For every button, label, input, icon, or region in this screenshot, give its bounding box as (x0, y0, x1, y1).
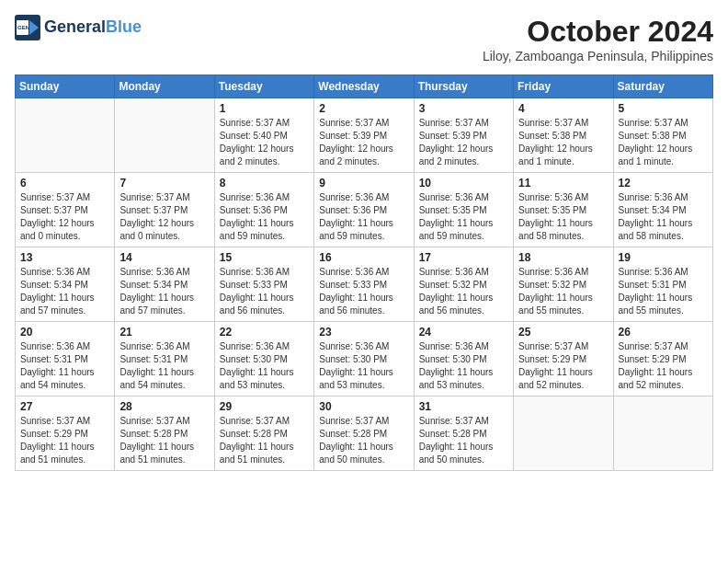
page-header: GEN GeneralBlue October 2024 Liloy, Zamb… (15, 15, 713, 63)
day-info: Sunrise: 5:36 AMSunset: 5:31 PMDaylight:… (20, 340, 109, 392)
location: Liloy, Zamboanga Peninsula, Philippines (483, 49, 713, 63)
calendar-cell: 5Sunrise: 5:37 AMSunset: 5:38 PMDaylight… (613, 98, 712, 173)
day-number: 7 (119, 177, 209, 190)
calendar-cell: 16Sunrise: 5:36 AMSunset: 5:33 PMDayligh… (314, 247, 414, 322)
day-number: 3 (419, 102, 508, 115)
day-number: 10 (419, 177, 508, 190)
title-block: October 2024 Liloy, Zamboanga Peninsula,… (483, 15, 713, 63)
weekday-row: SundayMondayTuesdayWednesdayThursdayFrid… (16, 75, 713, 98)
day-number: 14 (119, 251, 209, 264)
day-number: 30 (319, 400, 408, 413)
day-number: 15 (220, 251, 309, 264)
day-number: 23 (319, 326, 408, 339)
day-info: Sunrise: 5:37 AMSunset: 5:38 PMDaylight:… (518, 117, 608, 168)
day-info: Sunrise: 5:36 AMSunset: 5:31 PMDaylight:… (119, 340, 209, 392)
calendar-cell: 30Sunrise: 5:37 AMSunset: 5:28 PMDayligh… (314, 396, 414, 471)
week-row-2: 6Sunrise: 5:37 AMSunset: 5:37 PMDaylight… (16, 173, 713, 247)
calendar-cell (613, 396, 712, 471)
calendar-cell: 28Sunrise: 5:37 AMSunset: 5:28 PMDayligh… (115, 396, 214, 471)
calendar-cell: 19Sunrise: 5:36 AMSunset: 5:31 PMDayligh… (613, 247, 712, 322)
calendar-cell: 27Sunrise: 5:37 AMSunset: 5:29 PMDayligh… (16, 396, 115, 471)
day-number: 16 (319, 251, 408, 264)
day-number: 6 (20, 177, 109, 190)
day-info: Sunrise: 5:37 AMSunset: 5:28 PMDaylight:… (419, 415, 508, 466)
day-number: 1 (220, 102, 309, 115)
day-number: 18 (518, 251, 608, 264)
day-info: Sunrise: 5:36 AMSunset: 5:35 PMDaylight:… (518, 191, 608, 243)
day-info: Sunrise: 5:36 AMSunset: 5:33 PMDaylight:… (220, 266, 309, 317)
day-info: Sunrise: 5:36 AMSunset: 5:33 PMDaylight:… (319, 266, 408, 317)
logo-text: GeneralBlue (44, 18, 142, 37)
calendar-cell: 1Sunrise: 5:37 AMSunset: 5:40 PMDaylight… (214, 98, 313, 173)
calendar-cell: 7Sunrise: 5:37 AMSunset: 5:37 PMDaylight… (115, 173, 214, 247)
day-number: 13 (20, 251, 109, 264)
day-number: 26 (619, 326, 708, 339)
day-info: Sunrise: 5:37 AMSunset: 5:38 PMDaylight:… (619, 117, 708, 168)
calendar-cell: 11Sunrise: 5:36 AMSunset: 5:35 PMDayligh… (514, 173, 613, 247)
day-number: 4 (518, 102, 608, 115)
calendar-cell: 18Sunrise: 5:36 AMSunset: 5:32 PMDayligh… (514, 247, 613, 322)
day-number: 22 (220, 326, 309, 339)
calendar-cell: 17Sunrise: 5:36 AMSunset: 5:32 PMDayligh… (414, 247, 513, 322)
day-number: 28 (119, 400, 209, 413)
calendar-cell: 3Sunrise: 5:37 AMSunset: 5:39 PMDaylight… (414, 98, 513, 173)
weekday-header-friday: Friday (514, 75, 613, 98)
calendar-cell: 21Sunrise: 5:36 AMSunset: 5:31 PMDayligh… (115, 322, 214, 396)
day-number: 31 (419, 400, 508, 413)
day-number: 17 (419, 251, 508, 264)
day-number: 12 (619, 177, 708, 190)
day-info: Sunrise: 5:36 AMSunset: 5:34 PMDaylight:… (619, 191, 708, 243)
day-info: Sunrise: 5:36 AMSunset: 5:32 PMDaylight:… (419, 266, 508, 317)
day-info: Sunrise: 5:37 AMSunset: 5:29 PMDaylight:… (20, 415, 109, 466)
logo-icon: GEN (15, 15, 40, 40)
day-info: Sunrise: 5:36 AMSunset: 5:31 PMDaylight:… (619, 266, 708, 317)
day-info: Sunrise: 5:36 AMSunset: 5:30 PMDaylight:… (319, 340, 408, 392)
day-info: Sunrise: 5:37 AMSunset: 5:39 PMDaylight:… (319, 117, 408, 168)
day-info: Sunrise: 5:36 AMSunset: 5:30 PMDaylight:… (419, 340, 508, 392)
calendar-cell: 31Sunrise: 5:37 AMSunset: 5:28 PMDayligh… (414, 396, 513, 471)
day-number: 21 (119, 326, 209, 339)
day-info: Sunrise: 5:37 AMSunset: 5:28 PMDaylight:… (119, 415, 209, 466)
day-info: Sunrise: 5:36 AMSunset: 5:34 PMDaylight:… (20, 266, 109, 317)
logo: GEN GeneralBlue (15, 15, 142, 40)
calendar-cell: 10Sunrise: 5:36 AMSunset: 5:35 PMDayligh… (414, 173, 513, 247)
week-row-1: 1Sunrise: 5:37 AMSunset: 5:40 PMDaylight… (16, 98, 713, 173)
calendar-cell: 13Sunrise: 5:36 AMSunset: 5:34 PMDayligh… (16, 247, 115, 322)
day-number: 20 (20, 326, 109, 339)
day-number: 2 (319, 102, 408, 115)
calendar-cell: 25Sunrise: 5:37 AMSunset: 5:29 PMDayligh… (514, 322, 613, 396)
day-info: Sunrise: 5:36 AMSunset: 5:30 PMDaylight:… (220, 340, 309, 392)
month-title: October 2024 (483, 15, 713, 49)
day-info: Sunrise: 5:37 AMSunset: 5:29 PMDaylight:… (619, 340, 708, 392)
day-info: Sunrise: 5:36 AMSunset: 5:32 PMDaylight:… (518, 266, 608, 317)
calendar-header: SundayMondayTuesdayWednesdayThursdayFrid… (16, 75, 713, 98)
calendar-cell (115, 98, 214, 173)
day-info: Sunrise: 5:36 AMSunset: 5:34 PMDaylight:… (119, 266, 209, 317)
day-number: 24 (419, 326, 508, 339)
day-info: Sunrise: 5:36 AMSunset: 5:35 PMDaylight:… (419, 191, 508, 243)
week-row-5: 27Sunrise: 5:37 AMSunset: 5:29 PMDayligh… (16, 396, 713, 471)
calendar-cell: 26Sunrise: 5:37 AMSunset: 5:29 PMDayligh… (613, 322, 712, 396)
calendar-body: 1Sunrise: 5:37 AMSunset: 5:40 PMDaylight… (16, 98, 713, 471)
calendar-cell: 22Sunrise: 5:36 AMSunset: 5:30 PMDayligh… (214, 322, 313, 396)
day-info: Sunrise: 5:37 AMSunset: 5:29 PMDaylight:… (518, 340, 608, 392)
week-row-3: 13Sunrise: 5:36 AMSunset: 5:34 PMDayligh… (16, 247, 713, 322)
day-info: Sunrise: 5:37 AMSunset: 5:37 PMDaylight:… (119, 191, 209, 243)
day-info: Sunrise: 5:37 AMSunset: 5:39 PMDaylight:… (419, 117, 508, 168)
svg-text:GEN: GEN (17, 25, 29, 30)
day-info: Sunrise: 5:37 AMSunset: 5:40 PMDaylight:… (220, 117, 309, 168)
day-info: Sunrise: 5:37 AMSunset: 5:37 PMDaylight:… (20, 191, 109, 243)
day-number: 11 (518, 177, 608, 190)
week-row-4: 20Sunrise: 5:36 AMSunset: 5:31 PMDayligh… (16, 322, 713, 396)
calendar-cell: 24Sunrise: 5:36 AMSunset: 5:30 PMDayligh… (414, 322, 513, 396)
calendar-cell: 14Sunrise: 5:36 AMSunset: 5:34 PMDayligh… (115, 247, 214, 322)
calendar-cell: 6Sunrise: 5:37 AMSunset: 5:37 PMDaylight… (16, 173, 115, 247)
calendar-cell: 12Sunrise: 5:36 AMSunset: 5:34 PMDayligh… (613, 173, 712, 247)
calendar-cell: 29Sunrise: 5:37 AMSunset: 5:28 PMDayligh… (214, 396, 313, 471)
weekday-header-thursday: Thursday (414, 75, 513, 98)
weekday-header-saturday: Saturday (613, 75, 712, 98)
day-number: 9 (319, 177, 408, 190)
day-number: 8 (220, 177, 309, 190)
weekday-header-tuesday: Tuesday (214, 75, 313, 98)
calendar: SundayMondayTuesdayWednesdayThursdayFrid… (15, 75, 713, 471)
